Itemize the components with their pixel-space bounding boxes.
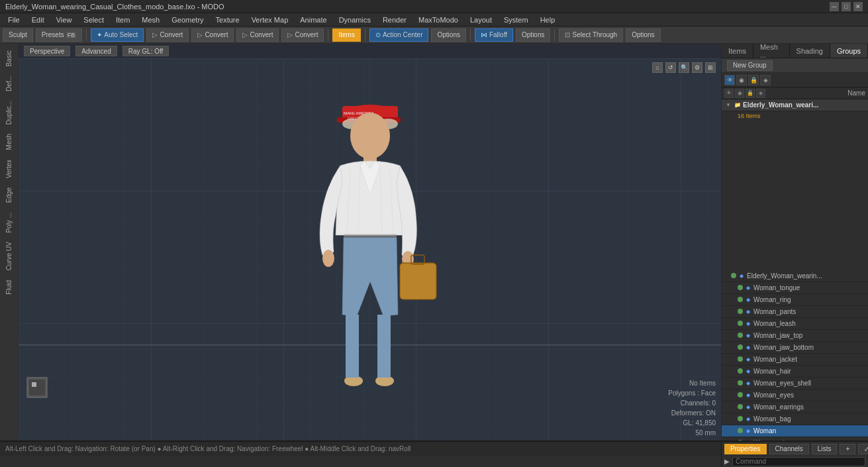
ray-gl-button[interactable]: Ray GL: Off — [122, 46, 169, 56]
tree-item-visibility[interactable] — [738, 321, 743, 326]
items-eye-icon[interactable]: 👁 — [724, 75, 735, 85]
sidebar-tab-vertex[interactable]: Vertex — [3, 156, 15, 182]
convert4-button[interactable]: ▷ Convert — [281, 28, 324, 42]
tree-item-visibility[interactable] — [738, 368, 743, 374]
sidebar-tab-def[interactable]: Def... — [3, 72, 15, 95]
tree-item[interactable]: ◆Woman_bag — [722, 413, 868, 425]
col-icon-eye[interactable]: 👁 — [724, 89, 734, 98]
items-button[interactable]: Items — [332, 28, 360, 42]
tab-items[interactable]: Items — [722, 44, 753, 58]
col-icon-sel[interactable]: ◈ — [756, 89, 765, 98]
falloff-button[interactable]: ⋈ Falloff — [475, 28, 513, 42]
command-input[interactable] — [732, 457, 865, 466]
tree-item[interactable]: ◆Woman_ring — [722, 294, 868, 306]
menu-help[interactable]: Help — [535, 15, 561, 25]
tree-item[interactable]: ◆Woman_tongue — [722, 282, 868, 294]
menu-animate[interactable]: Animate — [295, 15, 332, 25]
sidebar-tab-poly[interactable]: Poly ... — [3, 209, 15, 237]
menu-vertex-map[interactable]: Vertex Map — [246, 15, 294, 25]
tree-item-visibility[interactable] — [738, 392, 743, 397]
menu-file[interactable]: File — [3, 15, 25, 25]
sidebar-tab-curve-uv[interactable]: Curve UV — [3, 238, 15, 274]
viewport[interactable]: Perspective Advanced Ray GL: Off ⌂ ↺ 🔍 ⚙… — [19, 44, 721, 441]
new-group-button[interactable]: New Group — [727, 60, 773, 71]
tree-item[interactable]: ◆Woman_pants — [722, 306, 868, 318]
properties-tab[interactable]: Properties — [724, 444, 767, 454]
tree-item[interactable]: ◆Elderly_Woman_wearin... — [722, 270, 868, 282]
minimize-button[interactable]: ─ — [830, 2, 839, 11]
channels-tab[interactable]: Channels — [769, 444, 809, 454]
tree-item-visibility[interactable] — [738, 285, 743, 290]
perspective-button[interactable]: Perspective — [24, 46, 70, 56]
convert1-button[interactable]: ▷ Convert — [146, 28, 189, 42]
col-icon-render[interactable]: ◉ — [735, 89, 744, 98]
options2-button[interactable]: Options — [516, 28, 550, 42]
sidebar-tab-edge[interactable]: Edge — [3, 183, 15, 207]
menu-mesh[interactable]: Mesh — [136, 15, 165, 25]
close-button[interactable]: ✕ — [853, 2, 863, 11]
tree-item-visibility[interactable] — [738, 416, 743, 421]
auto-select-button[interactable]: ✦ Auto Select — [91, 28, 144, 42]
tree-item[interactable]: ◆Woman_earrings — [722, 401, 868, 413]
tree-item-visibility[interactable] — [738, 356, 743, 362]
tree-item[interactable]: ◆Woman_leash — [722, 318, 868, 330]
expand-button[interactable]: ⤢ — [858, 444, 868, 454]
tree-item-visibility[interactable] — [738, 404, 743, 409]
tree-item[interactable]: ◆Woman_jaw_top — [722, 330, 868, 342]
menu-render[interactable]: Render — [377, 15, 412, 25]
menu-maxtomodo[interactable]: MaxToModo — [413, 15, 463, 25]
add-tab-button[interactable]: + — [840, 444, 855, 454]
deformers-text: Deformers: ON — [668, 408, 716, 418]
tree-item[interactable]: ◆Woman — [722, 425, 868, 437]
tree-item-visibility[interactable] — [738, 440, 743, 441]
tree-item[interactable]: ◆Woman_jaw_bottom — [722, 342, 868, 354]
menu-system[interactable]: System — [499, 15, 534, 25]
lists-tab[interactable]: Lists — [812, 444, 838, 454]
tree-item-visibility[interactable] — [738, 333, 743, 338]
items-render-icon[interactable]: ◉ — [736, 75, 747, 85]
convert2-button[interactable]: ▷ Convert — [191, 28, 234, 42]
toolbar-divider-1 — [86, 29, 87, 41]
tree-item[interactable]: ◆Woman_eyes_shell — [722, 378, 868, 389]
sidebar-tab-basic[interactable]: Basic — [3, 46, 15, 70]
col-icon-lock[interactable]: 🔒 — [746, 89, 755, 98]
tree-item-visibility[interactable] — [738, 380, 743, 386]
tree-item-visibility[interactable] — [738, 297, 743, 302]
action-center-button[interactable]: ⊙ Action Center — [369, 28, 429, 42]
tab-groups[interactable]: Groups — [830, 44, 868, 58]
sculpt-button[interactable]: Sculpt — [3, 28, 33, 42]
tree-item-visibility[interactable] — [738, 309, 743, 314]
convert3-button[interactable]: ▷ Convert — [236, 28, 279, 42]
items-lock-icon[interactable]: 🔒 — [748, 75, 759, 85]
sidebar-tab-duplic[interactable]: Duplic... — [3, 97, 15, 129]
menu-view[interactable]: View — [51, 15, 77, 25]
tree-item[interactable]: ◆Woman_eyes — [722, 389, 868, 401]
items-sel-icon[interactable]: ◈ — [760, 75, 771, 85]
tree-item[interactable]: ◆Woman_jacket — [722, 354, 868, 366]
tree-item[interactable]: ◆Woman_shoes — [722, 437, 868, 441]
tree-item-visibility[interactable] — [738, 428, 743, 433]
menu-texture[interactable]: Texture — [211, 15, 245, 25]
options1-button[interactable]: Options — [431, 28, 465, 42]
menu-item[interactable]: Item — [111, 15, 135, 25]
presets-button[interactable]: Presets FB — [36, 28, 82, 42]
menu-select[interactable]: Select — [78, 15, 109, 25]
menu-geometry[interactable]: Geometry — [166, 15, 209, 25]
menu-dynamics[interactable]: Dynamics — [334, 15, 376, 25]
sidebar-tab-fluid[interactable]: Fluid — [3, 276, 15, 299]
tab-mesh[interactable]: Mesh ... — [753, 44, 790, 58]
maximize-button[interactable]: □ — [842, 2, 851, 11]
scene-tree[interactable]: ▼ 📁 Elderly_Woman_weari... 16 Items — [722, 99, 868, 270]
menu-edit[interactable]: Edit — [26, 15, 50, 25]
tree-item-visibility[interactable] — [731, 273, 736, 278]
advanced-button[interactable]: Advanced — [75, 46, 117, 56]
tab-shading[interactable]: Shading — [790, 44, 830, 58]
tree-item-name: Woman — [753, 427, 868, 435]
tree-item[interactable]: ◆Woman_hair — [722, 366, 868, 378]
sidebar-tab-mesh[interactable]: Mesh — [3, 130, 15, 154]
menu-layout[interactable]: Layout — [465, 15, 497, 25]
options3-button[interactable]: Options — [626, 28, 660, 42]
select-through-button[interactable]: ⊡ Select Through — [559, 28, 623, 42]
tree-item-visibility[interactable] — [738, 344, 743, 350]
tree-root[interactable]: ▼ 📁 Elderly_Woman_weari... — [722, 99, 868, 111]
